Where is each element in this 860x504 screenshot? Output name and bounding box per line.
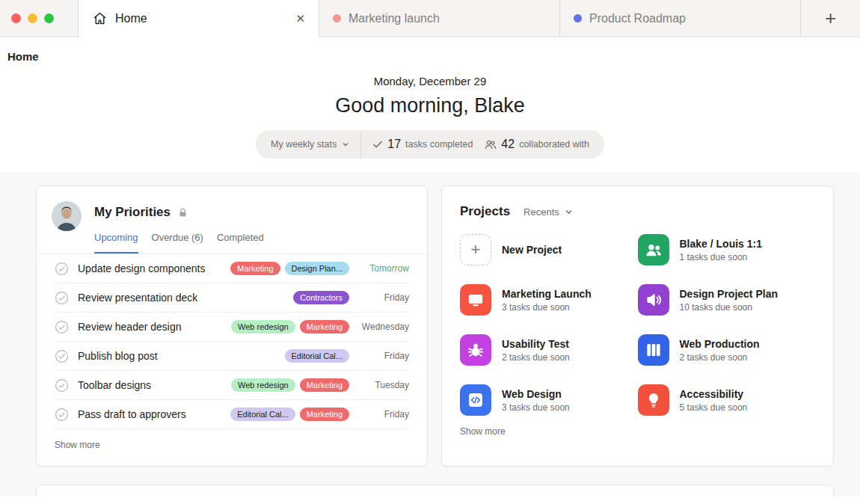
tab-bar: Home ✕ Marketing launch Product Roadmap …	[0, 0, 860, 37]
new-tab-button[interactable]: +	[801, 0, 860, 37]
task-due-date: Friday	[358, 292, 409, 303]
collaborators-value: 42	[501, 138, 515, 151]
task-row[interactable]: Publish blog post Editorial Cal... Frida…	[55, 342, 409, 371]
bug-icon	[460, 334, 491, 366]
tab-completed[interactable]: Completed	[217, 232, 264, 253]
task-row[interactable]: Review header design Web redesignMarketi…	[55, 313, 409, 342]
megaphone-icon	[638, 284, 669, 316]
project-item[interactable]: Design Project Plan 10 tasks due soon	[638, 284, 816, 316]
projects-title: Projects	[460, 204, 510, 219]
check-circle-icon[interactable]	[55, 320, 69, 334]
project-item[interactable]: Web Design 3 tasks due soon	[460, 384, 638, 416]
task-name: Pass draft to approvers	[78, 408, 186, 420]
code-icon	[460, 384, 491, 416]
task-tag[interactable]: Marketing	[300, 378, 349, 392]
project-item[interactable]: + New Project	[460, 234, 638, 265]
tab-overdue[interactable]: Overdue (6)	[152, 232, 203, 253]
project-item[interactable]: Blake / Louis 1:1 1 tasks due soon	[638, 234, 816, 265]
collaborators-stat: 42 collaborated with	[484, 138, 589, 151]
task-due-date: Wednesday	[358, 322, 409, 332]
projects-header: Projects Recents	[442, 186, 833, 219]
project-item[interactable]: Web Production 2 tasks due soon	[638, 334, 816, 366]
weekly-stats-bar: My weekly stats 17 tasks completed 42 co…	[256, 130, 604, 159]
project-name: Marketing Launch	[502, 288, 592, 300]
tab-home[interactable]: Home ✕	[79, 0, 319, 37]
projects-card: Projects Recents + New Project Blake / L…	[441, 185, 834, 467]
bottom-card	[36, 485, 834, 497]
task-row[interactable]: Review presentation deck Contractors Fri…	[55, 283, 409, 313]
task-tag[interactable]: Contractors	[293, 291, 349, 304]
tab-marketing-launch[interactable]: Marketing launch	[319, 0, 560, 37]
project-subtitle: 5 tasks due soon	[680, 402, 748, 413]
task-name: Update design components	[78, 262, 205, 274]
task-tag[interactable]: Design Plan...	[285, 262, 349, 275]
tab-label: Marketing launch	[348, 12, 440, 25]
project-name: Blake / Louis 1:1	[680, 238, 762, 250]
task-tag[interactable]: Editorial Cal...	[285, 349, 349, 363]
priorities-header: My Priorities Upcoming Overdue (6) Compl…	[37, 186, 427, 254]
task-tag[interactable]: Editorial Cal...	[230, 408, 295, 421]
weekly-stats-dropdown[interactable]: My weekly stats	[271, 139, 349, 150]
task-tag[interactable]: Marketing	[230, 262, 280, 275]
my-priorities-card: My Priorities Upcoming Overdue (6) Compl…	[36, 185, 428, 467]
show-more-link[interactable]: Show more	[55, 440, 409, 450]
tab-upcoming[interactable]: Upcoming	[94, 232, 138, 253]
task-due-date: Tuesday	[358, 380, 409, 390]
minimize-window-button[interactable]	[28, 13, 37, 23]
task-due-date: Friday	[358, 409, 409, 420]
priorities-title: My Priorities	[94, 205, 171, 220]
close-tab-icon[interactable]: ✕	[295, 12, 305, 25]
tab-label: Home	[115, 12, 147, 25]
task-list: Update design components MarketingDesign…	[37, 254, 427, 429]
home-icon	[92, 10, 108, 26]
task-tag[interactable]: Web redesign	[231, 320, 295, 334]
lock-icon	[177, 207, 188, 218]
project-dot-icon	[333, 14, 341, 22]
avatar[interactable]	[52, 201, 82, 231]
recents-dropdown[interactable]: Recents	[523, 206, 573, 218]
project-item[interactable]: Accessibility 5 tasks due soon	[638, 384, 816, 416]
task-tags: Contractors	[293, 291, 349, 304]
task-tag[interactable]: Web redesign	[231, 378, 295, 392]
check-circle-icon[interactable]	[55, 349, 69, 363]
recents-label: Recents	[523, 206, 559, 218]
tasks-completed-value: 17	[387, 138, 401, 151]
task-due-date: Tomorrow	[358, 263, 409, 274]
task-tag[interactable]: Marketing	[300, 320, 349, 334]
content-area: My Priorities Upcoming Overdue (6) Compl…	[0, 172, 860, 497]
task-tags: MarketingDesign Plan...	[230, 262, 349, 275]
task-tags: Web redesignMarketing	[231, 320, 349, 334]
hero-section: Monday, December 29 Good morning, Blake …	[0, 63, 860, 159]
tab-product-roadmap[interactable]: Product Roadmap	[560, 0, 801, 37]
task-row[interactable]: Update design components MarketingDesign…	[55, 254, 409, 283]
bulb-icon	[638, 384, 669, 416]
project-subtitle: 3 tasks due soon	[502, 402, 570, 413]
project-name: Usability Test	[502, 338, 570, 350]
project-name: New Project	[502, 244, 562, 256]
page-title: Home	[0, 37, 860, 63]
check-circle-icon[interactable]	[55, 262, 69, 276]
zoom-window-button[interactable]	[44, 13, 54, 23]
task-row[interactable]: Toolbar designs Web redesignMarketing Tu…	[55, 371, 409, 400]
project-subtitle: 2 tasks due soon	[680, 352, 760, 363]
check-circle-icon[interactable]	[55, 291, 69, 305]
project-item[interactable]: Usability Test 2 tasks due soon	[460, 334, 638, 366]
task-tag[interactable]: Marketing	[300, 408, 349, 421]
task-tags: Web redesignMarketing	[231, 378, 349, 392]
task-name: Review presentation deck	[78, 292, 197, 304]
check-circle-icon[interactable]	[55, 408, 69, 422]
task-due-date: Friday	[358, 351, 409, 361]
check-circle-icon[interactable]	[55, 378, 69, 393]
project-subtitle: 1 tasks due soon	[680, 252, 762, 262]
project-item[interactable]: Marketing Launch 3 tasks due soon	[460, 284, 638, 316]
task-name: Publish blog post	[78, 350, 158, 362]
project-subtitle: 10 tasks due soon	[680, 302, 778, 313]
plus-icon: +	[460, 234, 491, 265]
show-more-link[interactable]: Show more	[460, 426, 815, 437]
task-row[interactable]: Pass draft to approvers Editorial Cal...…	[55, 400, 409, 429]
project-subtitle: 3 tasks due soon	[502, 302, 592, 313]
team-icon	[638, 234, 669, 265]
traffic-lights	[0, 0, 79, 37]
close-window-button[interactable]	[11, 13, 21, 23]
tasks-completed-stat: 17 tasks completed	[372, 138, 473, 151]
